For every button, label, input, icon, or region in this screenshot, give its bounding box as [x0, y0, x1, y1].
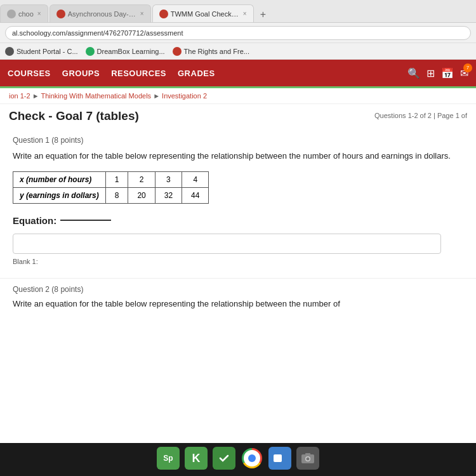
tab-label-twmm: TWMM Goal Check - Goal 7 (tab... — [171, 10, 239, 18]
table-cell-r1c2: 2 — [128, 171, 155, 187]
tab-choo[interactable]: choo × — [0, 4, 48, 22]
search-icon[interactable]: 🔍 — [407, 67, 420, 79]
svg-rect-6 — [305, 453, 310, 456]
nav-grades[interactable]: GRADES — [178, 69, 215, 78]
bookmark-icon-1 — [5, 47, 14, 56]
calendar-icon[interactable]: 📅 — [441, 67, 454, 79]
svg-marker-2 — [282, 455, 286, 461]
nav-courses[interactable]: COURSES — [8, 69, 51, 78]
url-text: al.schoology.com/assignment/4762707712/a… — [12, 29, 183, 37]
table-row-2: y (earnings in dollars) 8 20 32 44 — [13, 187, 209, 203]
page-title: Check - Goal 7 (tables) — [9, 109, 139, 123]
question2-header: Question 2 (8 points) — [13, 285, 463, 294]
bookmark-label-3: The Rights and Fre... — [184, 48, 249, 55]
nav-resources[interactable]: RESOURCES — [111, 69, 166, 78]
tab-async[interactable]: Asynchronous Day-Friday, Mar... × — [50, 4, 151, 22]
bookmark-rights[interactable]: The Rights and Fre... — [173, 47, 249, 56]
blank-input-area[interactable] — [13, 234, 441, 254]
message-badge: 7 — [463, 63, 472, 72]
tab-close-twmm[interactable]: × — [243, 10, 247, 17]
table-cell-r1c1: 1 — [105, 171, 128, 187]
tab-twmm[interactable]: TWMM Goal Check - Goal 7 (tab... × — [152, 4, 254, 22]
question1-area: Question 1 (8 points) Write an equation … — [0, 126, 476, 278]
chrome-inner — [248, 454, 256, 462]
checkmark-icon — [217, 451, 231, 465]
blank-label: Blank 1: — [13, 258, 463, 265]
table-cell-r2c3: 32 — [155, 187, 182, 203]
equation-blank — [60, 220, 111, 221]
question1-text: Write an equation for the table below re… — [13, 150, 463, 162]
tab-close-async[interactable]: × — [140, 10, 144, 17]
bookmark-dreambox[interactable]: DreamBox Learning... — [86, 47, 165, 56]
bookmark-label-1: Student Portal - C... — [17, 48, 78, 55]
nav-groups[interactable]: GROUPS — [62, 69, 100, 78]
question2-area: Question 2 (8 points) Write an equation … — [0, 278, 476, 317]
bookmark-student-portal[interactable]: Student Portal - C... — [5, 47, 78, 56]
table-cell-r2c4: 44 — [182, 187, 209, 203]
page-title-area: Check - Goal 7 (tables) Questions 1-2 of… — [0, 104, 476, 126]
tab-icon-choo — [7, 10, 16, 18]
tab-label-choo: choo — [18, 10, 34, 18]
table-cell-r1c4: 4 — [182, 171, 209, 187]
svg-point-5 — [307, 458, 310, 461]
chrome-circle — [242, 448, 262, 468]
camera-icon — [300, 451, 315, 466]
equation-label: Equation: — [13, 215, 56, 226]
breadcrumb-link-1[interactable]: ion 1-2 — [9, 92, 30, 100]
grid-icon[interactable]: ⊞ — [426, 67, 435, 79]
tab-label-async: Asynchronous Day-Friday, Mar... — [68, 10, 136, 18]
message-icon[interactable]: ✉ 7 — [460, 67, 468, 79]
svg-rect-1 — [274, 454, 282, 462]
tab-icon-twmm — [159, 10, 168, 18]
breadcrumb: ion 1-2 ► Thinking With Mathematical Mod… — [0, 88, 476, 104]
content-area: ion 1-2 ► Thinking With Mathematical Mod… — [0, 86, 476, 476]
table-cell-r1c3: 3 — [155, 171, 182, 187]
taskbar-check-icon[interactable] — [213, 447, 235, 470]
breadcrumb-current: Investigation 2 — [162, 92, 207, 100]
tab-icon-async — [56, 10, 65, 18]
meet-icon — [272, 451, 288, 466]
table-cell-r2c1: 8 — [105, 187, 128, 203]
question1-table: x (number of hours) 1 2 3 4 y (earnings … — [13, 171, 209, 204]
url-box[interactable]: al.schoology.com/assignment/4762707712/a… — [5, 26, 471, 40]
taskbar-chrome-icon[interactable] — [241, 447, 263, 470]
nav-icons: 🔍 ⊞ 📅 ✉ 7 — [407, 67, 468, 79]
taskbar-k-icon[interactable]: K — [185, 447, 208, 470]
schoology-nav: COURSES GROUPS RESOURCES GRADES 🔍 ⊞ 📅 ✉ … — [0, 60, 476, 86]
question2-text: Write an equation for the table below re… — [13, 298, 463, 310]
bookmark-label-2: DreamBox Learning... — [97, 48, 165, 55]
table-row1-label: x (number of hours) — [13, 171, 106, 187]
browser-window: choo × Asynchronous Day-Friday, Mar... ×… — [0, 0, 476, 476]
tab-close-choo[interactable]: × — [37, 10, 41, 17]
breadcrumb-link-2[interactable]: Thinking With Mathematical Models — [41, 92, 151, 100]
taskbar-meet-icon[interactable] — [268, 447, 291, 470]
nav-links: COURSES GROUPS RESOURCES GRADES — [8, 69, 407, 78]
tab-bar: choo × Asynchronous Day-Friday, Mar... ×… — [0, 0, 476, 23]
taskbar: Sp K — [0, 443, 476, 476]
table-row2-label: y (earnings in dollars) — [13, 187, 106, 203]
equation-row: Equation: — [13, 215, 463, 226]
new-tab-button[interactable]: + — [255, 7, 271, 22]
question1-header: Question 1 (8 points) — [13, 136, 463, 145]
bookmark-icon-3 — [173, 47, 182, 56]
table-cell-r2c2: 20 — [128, 187, 155, 203]
page-info: Questions 1-2 of 2 | Page 1 of — [374, 109, 467, 119]
taskbar-camera-icon[interactable] — [296, 447, 319, 470]
taskbar-sp-icon[interactable]: Sp — [157, 447, 180, 470]
address-bar: al.schoology.com/assignment/4762707712/a… — [0, 23, 476, 43]
bookmark-icon-2 — [86, 47, 95, 56]
bookmarks-bar: Student Portal - C... DreamBox Learning.… — [0, 43, 476, 60]
table-row-1: x (number of hours) 1 2 3 4 — [13, 171, 209, 187]
